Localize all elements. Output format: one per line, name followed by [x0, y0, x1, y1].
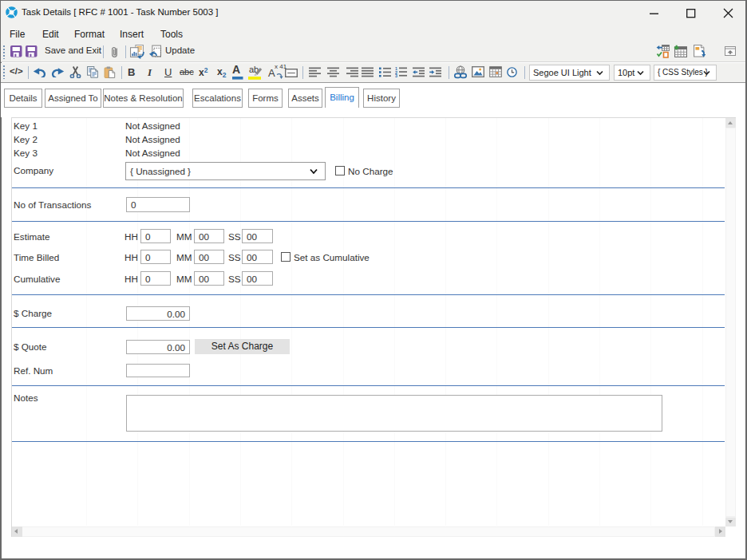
svg-text:3: 3: [395, 73, 397, 78]
